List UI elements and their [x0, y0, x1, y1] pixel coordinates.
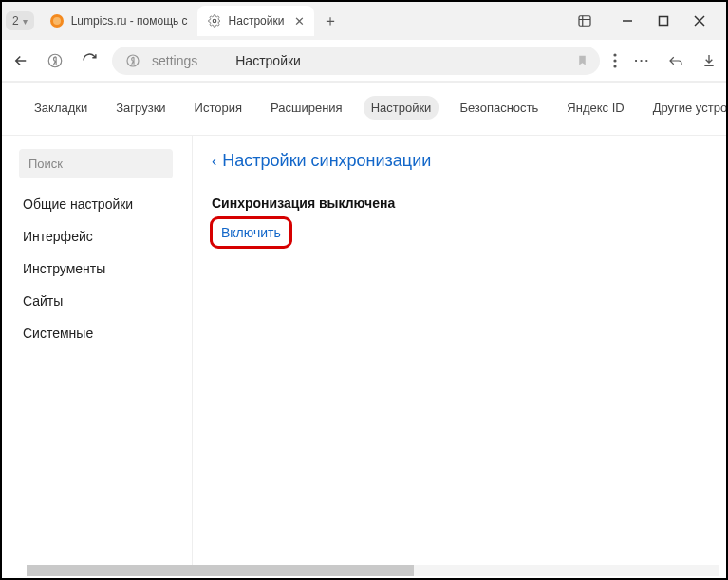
topnav-bookmarks[interactable]: Закладки — [27, 96, 95, 120]
svg-point-2 — [213, 19, 216, 23]
scrollbar-thumb[interactable] — [27, 565, 414, 576]
topnav-extensions[interactable]: Расширения — [263, 96, 350, 120]
tab-lumpics[interactable]: Lumpics.ru - помощь с — [40, 6, 197, 36]
extensions-icon[interactable] — [667, 52, 684, 69]
topnav-security[interactable]: Безопасность — [452, 96, 546, 120]
collections-icon[interactable] — [576, 12, 593, 29]
topnav-downloads[interactable]: Загрузки — [108, 96, 173, 120]
orange-favicon-icon — [49, 13, 65, 28]
topnav-history[interactable]: История — [187, 96, 250, 120]
topnav-other-devices[interactable]: Другие устройства — [645, 96, 728, 120]
settings-sidebar: Поиск Общие настройки Интерфейс Инструме… — [2, 136, 192, 571]
settings-search-input[interactable]: Поиск — [19, 149, 173, 178]
topnav-yandex-id[interactable]: Яндекс ID — [559, 96, 631, 120]
sync-status-label: Синхронизация выключена — [212, 196, 707, 211]
new-tab-button[interactable]: ＋ — [318, 9, 343, 33]
svg-point-1 — [53, 17, 61, 25]
window-controls — [622, 15, 722, 27]
url-text: settings — [152, 53, 197, 68]
menu-vertical-icon[interactable] — [613, 53, 617, 68]
heading-text: Настройки синхронизации — [222, 151, 431, 171]
sidebar-item-general[interactable]: Общие настройки — [2, 188, 182, 220]
more-menu-icon[interactable]: ··· — [634, 53, 650, 67]
sync-settings-heading[interactable]: ‹ Настройки синхронизации — [212, 151, 707, 171]
address-bar: settings Настройки ··· — [2, 40, 726, 82]
page-title-in-omnibox: Настройки — [235, 53, 301, 68]
svg-point-12 — [614, 65, 617, 67]
svg-rect-5 — [660, 17, 668, 26]
yandex-logo-icon[interactable] — [46, 51, 65, 70]
horizontal-scrollbar[interactable] — [27, 565, 719, 576]
sidebar-item-tools[interactable]: Инструменты — [2, 253, 182, 285]
minimize-button[interactable] — [622, 15, 633, 27]
sidebar-item-sites[interactable]: Сайты — [2, 285, 182, 317]
chevron-left-icon: ‹ — [212, 153, 216, 170]
tab-bar: 2 ▾ Lumpics.ru - помощь с Настройки ✕ ＋ — [2, 2, 726, 40]
tab-count: 2 — [12, 14, 19, 28]
omnibox[interactable]: settings Настройки — [112, 47, 600, 75]
gear-icon — [207, 13, 222, 28]
enable-sync-link[interactable]: Включить — [212, 220, 290, 245]
topnav-settings[interactable]: Настройки — [364, 96, 439, 120]
maximize-button[interactable] — [658, 15, 669, 27]
svg-point-10 — [614, 53, 617, 56]
downloads-icon[interactable] — [701, 53, 717, 68]
tab-label: Настройки — [229, 14, 285, 28]
reload-button[interactable] — [80, 51, 99, 70]
settings-body: Поиск Общие настройки Интерфейс Инструме… — [2, 135, 726, 571]
close-icon[interactable]: ✕ — [294, 14, 305, 28]
svg-rect-3 — [579, 16, 590, 27]
bookmark-icon[interactable] — [576, 53, 588, 67]
tab-label: Lumpics.ru - помощь с — [71, 14, 188, 28]
sidebar-item-interface[interactable]: Интерфейс — [2, 220, 182, 253]
site-info-icon[interactable] — [123, 51, 142, 70]
tab-counter[interactable]: 2 ▾ — [6, 11, 34, 30]
settings-content: ‹ Настройки синхронизации Синхронизация … — [192, 136, 726, 571]
sidebar-item-system[interactable]: Системные — [2, 317, 182, 349]
back-button[interactable] — [11, 51, 30, 70]
settings-top-nav: Закладки Загрузки История Расширения Нас… — [2, 82, 726, 135]
tab-settings[interactable]: Настройки ✕ — [197, 6, 315, 36]
chevron-down-icon: ▾ — [23, 16, 28, 27]
svg-point-11 — [614, 59, 617, 62]
close-window-button[interactable] — [694, 15, 705, 27]
